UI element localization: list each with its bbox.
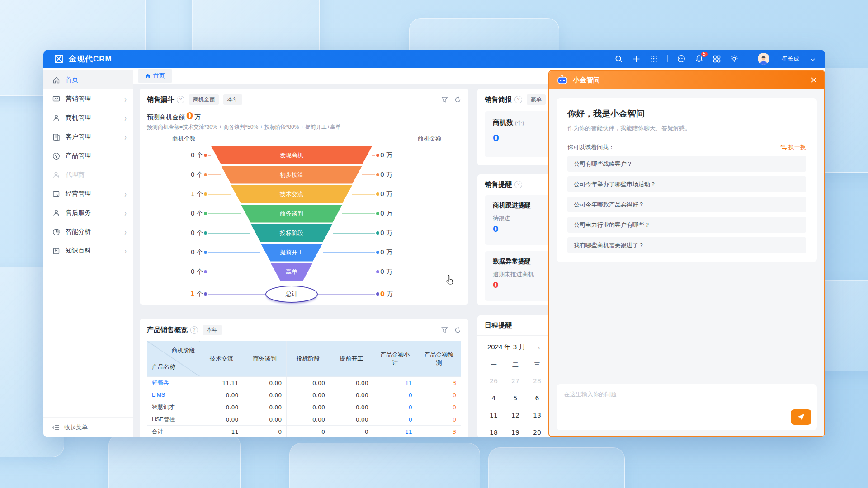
product-name-cell[interactable]: LIMS bbox=[147, 389, 200, 401]
calendar-day[interactable]: 6 bbox=[526, 389, 548, 407]
divider bbox=[667, 55, 668, 62]
brief-card-title: 销售简报 bbox=[485, 95, 512, 104]
sidebar-item-7[interactable]: 经营管理› bbox=[43, 184, 133, 203]
sidebar-item-label: 经营管理 bbox=[66, 190, 91, 198]
help-icon[interactable]: ? bbox=[514, 181, 522, 188]
table-value-cell: 0.00 bbox=[287, 377, 330, 389]
calendar-day[interactable]: 20 bbox=[526, 424, 548, 437]
sidebar-item-3[interactable]: 商机管理› bbox=[43, 108, 133, 127]
funnel-band[interactable]: 技术交流 bbox=[231, 185, 353, 203]
funnel-stage-count: 0 个 bbox=[179, 268, 203, 276]
funnel-band[interactable]: 商务谈判 bbox=[241, 205, 343, 223]
calendar-day[interactable]: 26 bbox=[483, 372, 505, 389]
funnel-stage-amount: 0 万 bbox=[380, 249, 405, 257]
calendar-day[interactable]: 27 bbox=[505, 372, 526, 389]
table-value-cell: 0.00 bbox=[200, 413, 243, 426]
sidebar: 首页营销管理›商机管理›客户管理›产品管理代理商经营管理›售后服务›智能分析›知… bbox=[43, 68, 133, 437]
ai-input-box[interactable]: 在这里输入你的问题 bbox=[557, 384, 817, 430]
funnel-dot bbox=[204, 292, 207, 296]
user-avatar[interactable] bbox=[758, 53, 769, 65]
ai-suggested-question-4[interactable]: 公司电力行业的客户有哪些？ bbox=[567, 217, 806, 233]
wallpaper-shape bbox=[108, 434, 241, 488]
apps-grid-icon[interactable] bbox=[650, 55, 658, 63]
help-icon[interactable]: ? bbox=[514, 96, 522, 103]
chevron-right-icon: › bbox=[124, 208, 127, 218]
funnel-band-wrap: 投标阶段 bbox=[250, 224, 332, 242]
close-icon[interactable] bbox=[811, 77, 817, 83]
user-name[interactable]: 崔长成 bbox=[782, 55, 799, 63]
sidebar-item-5[interactable]: 产品管理 bbox=[43, 146, 133, 165]
funnel-band[interactable]: 发现商机 bbox=[211, 146, 372, 164]
funnel-line bbox=[208, 174, 221, 175]
chevron-down-icon[interactable] bbox=[811, 55, 815, 63]
calendar-prev-icon[interactable]: ‹ bbox=[538, 344, 540, 351]
aftersales-icon bbox=[52, 209, 60, 217]
tab-home[interactable]: 首页 bbox=[138, 69, 172, 83]
settings-gear-icon[interactable] bbox=[730, 55, 738, 63]
product-icon bbox=[52, 152, 60, 160]
funnel-stage-count: 0 个 bbox=[179, 210, 203, 218]
collapse-menu-button[interactable]: 收起菜单 bbox=[43, 417, 133, 437]
table-value-cell: 0.00 bbox=[200, 401, 243, 413]
forecast-amount: 预测商机金额0万 bbox=[140, 105, 468, 122]
chevron-right-icon: › bbox=[124, 132, 127, 142]
calendar-day[interactable]: 4 bbox=[483, 389, 505, 407]
calendar-day[interactable]: 18 bbox=[483, 424, 505, 437]
ai-suggested-question-5[interactable]: 我有哪些商机需要跟进了？ bbox=[567, 237, 806, 253]
table-value-cell: 0.00 bbox=[287, 413, 330, 426]
refresh-icon[interactable] bbox=[454, 96, 461, 103]
table-value-cell: 0.00 bbox=[243, 377, 287, 389]
funnel-dot bbox=[376, 154, 379, 157]
funnel-tag-2[interactable]: 本年 bbox=[223, 94, 242, 105]
calendar-day[interactable]: 13 bbox=[526, 407, 548, 424]
funnel-line bbox=[208, 213, 241, 214]
calendar-day[interactable]: 28 bbox=[526, 372, 548, 389]
table-value-cell: 0.00 bbox=[243, 401, 287, 413]
funnel-stage-amount: 0 万 bbox=[380, 268, 405, 276]
calendar-day[interactable]: 12 bbox=[505, 407, 526, 424]
ai-suggested-question-1[interactable]: 公司有哪些战略客户？ bbox=[567, 156, 806, 172]
filter-icon[interactable] bbox=[441, 96, 448, 103]
funnel-tag-1[interactable]: 商机金额 bbox=[189, 94, 219, 105]
send-button[interactable] bbox=[791, 409, 811, 425]
refresh-icon[interactable] bbox=[454, 327, 461, 333]
sidebar-item-8[interactable]: 售后服务› bbox=[43, 203, 133, 222]
notification-bell-icon[interactable]: 5 bbox=[695, 55, 703, 63]
funnel-band[interactable]: 投标阶段 bbox=[250, 224, 332, 242]
table-value-cell: 0.00 bbox=[243, 389, 287, 401]
product-name-cell[interactable]: 轻骑兵 bbox=[147, 377, 200, 389]
funnel-total-ellipse: 总计 bbox=[265, 286, 318, 303]
table-value-cell: 0 bbox=[373, 389, 417, 401]
sidebar-item-2[interactable]: 营销管理› bbox=[43, 89, 133, 108]
funnel-stage-label: 提前开工 bbox=[280, 249, 303, 257]
table-value-cell: 0.00 bbox=[243, 413, 287, 426]
ai-suggested-question-3[interactable]: 公司今年哪款产品卖得好？ bbox=[567, 197, 806, 212]
calendar-day[interactable]: 11 bbox=[483, 407, 505, 424]
funnel-band[interactable]: 提前开工 bbox=[260, 244, 322, 262]
sidebar-item-9[interactable]: 智能分析› bbox=[43, 222, 133, 241]
workbench-icon[interactable] bbox=[712, 55, 721, 63]
help-icon[interactable]: ? bbox=[177, 96, 184, 103]
funnel-dot bbox=[204, 192, 207, 196]
funnel-band[interactable]: 初步接洽 bbox=[221, 166, 362, 184]
sidebar-item-4[interactable]: 客户管理› bbox=[43, 127, 133, 146]
table-column-header: 商务谈判 bbox=[243, 341, 287, 377]
table-value-cell: 0 bbox=[287, 426, 330, 438]
brief-tag-1[interactable]: 赢单 bbox=[527, 94, 546, 105]
funnel-band[interactable]: 赢单 bbox=[270, 263, 313, 281]
filter-icon[interactable] bbox=[441, 327, 448, 333]
calendar-day[interactable]: 5 bbox=[505, 389, 526, 407]
sidebar-item-1[interactable]: 首页 bbox=[43, 70, 133, 89]
add-icon[interactable] bbox=[632, 55, 640, 63]
message-icon[interactable] bbox=[677, 55, 685, 63]
help-icon[interactable]: ? bbox=[190, 326, 198, 334]
calendar-day[interactable]: 19 bbox=[505, 424, 526, 437]
ai-suggested-question-2[interactable]: 公司今年举办了哪些市场活动？ bbox=[567, 176, 806, 192]
divider bbox=[748, 55, 748, 62]
table-period-tag[interactable]: 本年 bbox=[203, 325, 222, 335]
shuffle-questions-button[interactable]: 换一换 bbox=[780, 143, 806, 151]
table-value-cell: 0.00 bbox=[330, 401, 373, 413]
sidebar-item-10[interactable]: 知识百科› bbox=[43, 241, 133, 260]
search-icon[interactable] bbox=[614, 55, 623, 63]
table-value-cell: 0 bbox=[417, 401, 461, 413]
